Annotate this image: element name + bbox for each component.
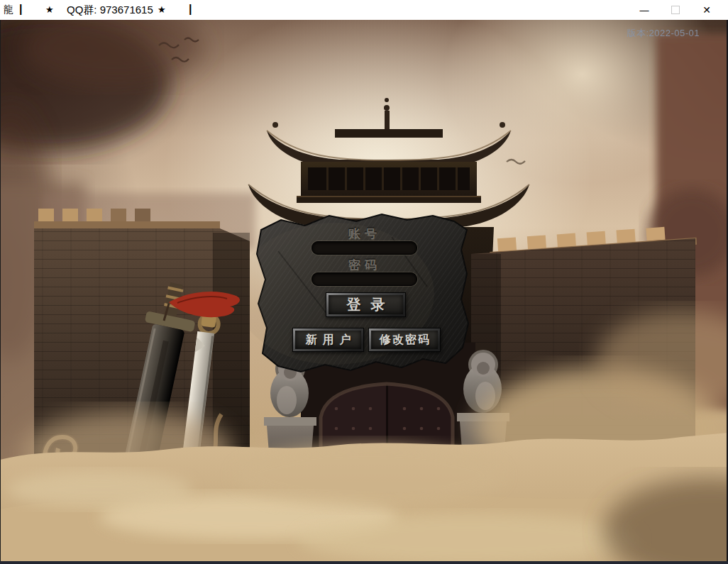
window-title: QQ群: 973671615 — [67, 4, 153, 17]
window-border-left — [0, 20, 1, 564]
maximize-button — [660, 0, 691, 20]
login-button[interactable]: 登录 — [326, 292, 406, 317]
account-label: 账号 — [312, 226, 417, 242]
account-input[interactable] — [311, 241, 417, 255]
login-button-label: 登录 — [329, 295, 403, 314]
app-icon: 龍 — [4, 4, 15, 15]
close-button[interactable]: ✕ — [691, 0, 722, 20]
minimize-button[interactable]: — — [629, 0, 660, 20]
window-controls: — ✕ — [629, 0, 722, 20]
password-label: 密码 — [312, 257, 417, 273]
new-user-button-label: 新用户 — [295, 331, 361, 349]
birds-icon — [159, 38, 525, 164]
title-separator-left: | — [19, 3, 22, 16]
password-input[interactable] — [311, 272, 417, 286]
new-user-button[interactable]: 新用户 — [292, 328, 364, 352]
title-separator-right: | — [189, 3, 192, 16]
change-password-button-label: 修改密码 — [371, 331, 438, 349]
close-icon: ✕ — [702, 4, 711, 16]
minimize-icon: — — [640, 5, 649, 16]
version-label: 版本:2022-05-01 — [627, 27, 700, 40]
star-icon-left: ★ — [45, 4, 54, 15]
game-background: 版本:2022-05-01 账号 密码 登录 — [0, 20, 728, 564]
app-window: 龍 | ★ QQ群: 973671615 ★ | — ✕ — [0, 0, 728, 564]
titlebar: 龍 | ★ QQ群: 973671615 ★ | — ✕ — [0, 0, 728, 20]
maximize-icon — [671, 6, 680, 14]
change-password-button[interactable]: 修改密码 — [368, 328, 441, 352]
window-border-bottom — [0, 561, 728, 564]
star-icon-right: ★ — [158, 4, 166, 15]
